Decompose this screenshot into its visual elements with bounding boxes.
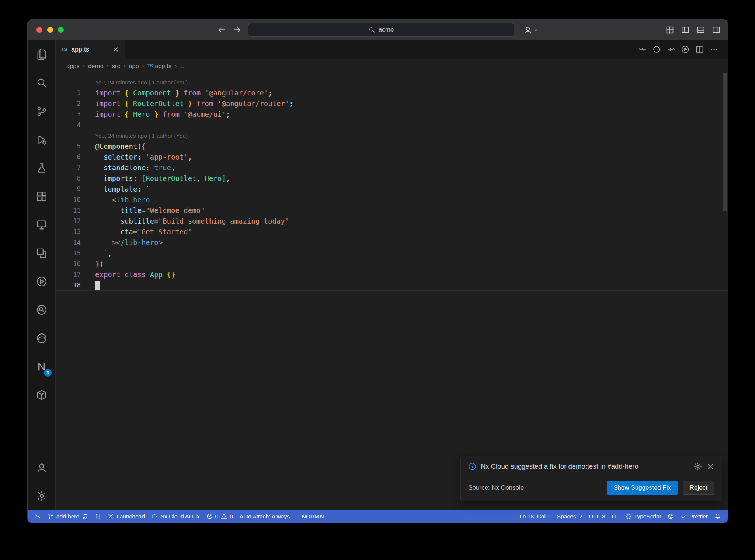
activity-nx-run[interactable] <box>28 267 56 295</box>
status-indentation[interactable]: Spaces: 2 <box>554 510 586 523</box>
code-line[interactable]: 11 title="Welcmoe demo" <box>56 205 728 216</box>
show-suggested-fix-button[interactable]: Show Suggested Fix <box>607 481 678 495</box>
status-remote-indicator[interactable] <box>31 510 44 523</box>
arrow-right-icon[interactable] <box>233 26 241 34</box>
zoom-button[interactable] <box>58 27 64 33</box>
code-line[interactable]: 4 <box>56 120 728 130</box>
code-line[interactable]: 15 `, <box>56 248 728 259</box>
line-number[interactable] <box>56 77 81 88</box>
more-actions-icon[interactable] <box>710 45 718 53</box>
customize-layout-icon[interactable] <box>666 26 674 34</box>
line-number[interactable]: 15 <box>56 248 81 259</box>
status-problems[interactable]: 00 <box>203 510 236 523</box>
activity-container[interactable] <box>28 381 56 409</box>
line-number[interactable]: 9 <box>56 184 81 195</box>
status-feedback[interactable] <box>664 510 677 523</box>
status-nx-cloud-ai-fix[interactable]: Nx Cloud AI Fix <box>148 510 203 523</box>
activity-explorer[interactable] <box>28 40 56 69</box>
activity-run-debug[interactable] <box>28 125 56 154</box>
line-number[interactable]: 2 <box>56 98 81 109</box>
line-number[interactable]: 13 <box>56 227 81 237</box>
tab-close-icon[interactable] <box>112 46 119 53</box>
open-changes-icon[interactable] <box>653 45 661 53</box>
line-number[interactable]: 10 <box>56 195 81 205</box>
breadcrumb-item[interactable]: apps <box>66 63 80 70</box>
line-number[interactable]: 16 <box>56 259 81 269</box>
status-auto-attach[interactable]: Auto Attach: Always <box>236 510 293 523</box>
split-editor-icon[interactable] <box>696 45 704 53</box>
code-line[interactable]: 1import { Component } from '@angular/cor… <box>56 88 728 98</box>
status-launchpad[interactable]: Launchpad <box>104 510 148 523</box>
command-center-search[interactable]: acme <box>248 23 514 37</box>
status-encoding[interactable]: UTF-8 <box>586 510 609 523</box>
status-cursor-position[interactable]: Ln 18, Col 1 <box>516 510 554 523</box>
activity-code-search[interactable] <box>28 295 56 324</box>
notification-close-icon[interactable] <box>706 462 714 470</box>
code-editor[interactable]: You, 24 minutes ago | 1 author (You)1imp… <box>56 73 728 510</box>
reject-button[interactable]: Reject <box>683 481 714 495</box>
line-number[interactable]: 18 <box>56 280 81 291</box>
activity-workspaces[interactable] <box>28 239 56 267</box>
code-line[interactable]: 10 <lib-hero <box>56 195 728 205</box>
line-number[interactable]: 4 <box>56 120 81 130</box>
breadcrumb-item[interactable]: app <box>129 63 139 70</box>
status-eol[interactable]: LF <box>609 510 622 523</box>
line-number[interactable]: 8 <box>56 173 81 184</box>
activity-swirl-logo[interactable] <box>28 324 56 352</box>
blame-annotation[interactable]: You, 24 minutes ago | 1 author (You) <box>56 77 728 88</box>
scrollbar-thumb[interactable] <box>723 73 727 211</box>
code-line[interactable]: 17export class App {} <box>56 269 728 280</box>
code-line[interactable]: 14 ></lib-hero> <box>56 237 728 248</box>
activity-settings-gear[interactable] <box>28 482 56 510</box>
run-file-icon[interactable] <box>681 45 689 53</box>
status-git-branch[interactable]: add-hero <box>44 510 91 523</box>
line-number[interactable]: 11 <box>56 205 81 216</box>
line-number[interactable]: 14 <box>56 237 81 248</box>
line-number[interactable]: 6 <box>56 152 81 162</box>
activity-source-control[interactable] <box>28 97 56 125</box>
close-button[interactable] <box>36 27 42 33</box>
prev-change-icon[interactable] <box>638 45 646 53</box>
activity-remote-explorer[interactable] <box>28 210 56 239</box>
breadcrumb-item[interactable]: TSapp.ts <box>147 63 171 70</box>
notification-settings-gear-icon[interactable] <box>694 462 702 470</box>
minimize-button[interactable] <box>47 27 53 33</box>
code-line[interactable]: 13 cta="Get Started" <box>56 227 728 237</box>
tab-app-ts[interactable]: TS app.ts <box>56 40 125 59</box>
code-line[interactable]: 9 template: ` <box>56 184 728 195</box>
line-number[interactable]: 12 <box>56 216 81 227</box>
code-line[interactable]: 12 subtitle="Build something amazing tod… <box>56 216 728 227</box>
line-number[interactable]: 1 <box>56 88 81 98</box>
arrow-left-icon[interactable] <box>218 26 226 34</box>
activity-accounts[interactable] <box>28 453 56 482</box>
code-line[interactable]: 2import { RouterOutlet } from '@angular/… <box>56 98 728 109</box>
breadcrumb-item[interactable]: … <box>180 63 187 70</box>
status-compare-changes[interactable] <box>91 510 104 523</box>
code-line[interactable]: 18 <box>56 280 728 291</box>
line-number[interactable]: 17 <box>56 269 81 280</box>
toggle-secondary-sidebar-icon[interactable] <box>712 26 720 34</box>
toggle-panel-icon[interactable] <box>697 26 705 34</box>
activity-nx-console[interactable]: 3 <box>28 352 56 381</box>
next-change-icon[interactable] <box>667 45 675 53</box>
code-line[interactable]: 16}) <box>56 259 728 269</box>
status-vim-mode[interactable]: -- NORMAL -- <box>293 510 335 523</box>
code-line[interactable]: 6 selector: 'app-root', <box>56 152 728 162</box>
activity-search[interactable] <box>28 69 56 97</box>
code-line[interactable]: 7 standalone: true, <box>56 162 728 173</box>
line-number[interactable]: 3 <box>56 109 81 120</box>
breadcrumb-item[interactable]: src <box>112 63 120 70</box>
status-language-mode[interactable]: {}TypeScript <box>622 510 664 523</box>
line-number[interactable] <box>56 130 81 141</box>
code-line[interactable]: 5@Component({ <box>56 141 728 152</box>
activity-extensions[interactable] <box>28 182 56 210</box>
code-line[interactable]: 8 imports: [RouterOutlet, Hero], <box>56 173 728 184</box>
account-menu[interactable] <box>523 20 539 40</box>
activity-testing[interactable] <box>28 154 56 182</box>
status-notifications-bell[interactable] <box>711 510 724 523</box>
status-formatter[interactable]: Prettier <box>677 510 711 523</box>
breadcrumb-item[interactable]: demo <box>88 63 103 70</box>
code-line[interactable]: 3import { Hero } from '@acme/ui'; <box>56 109 728 120</box>
toggle-sidebar-icon[interactable] <box>681 26 689 34</box>
blame-annotation[interactable]: You, 24 minutes ago | 1 author (You) <box>56 130 728 141</box>
